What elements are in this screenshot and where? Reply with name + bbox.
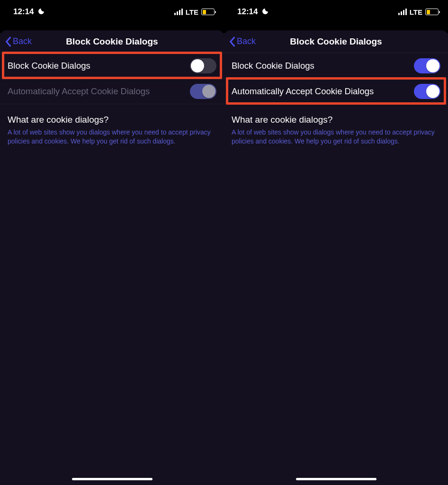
info-title: What are cookie dialogs? [8, 115, 216, 125]
navigation-bar: Back Block Cookie Dialogs [0, 30, 224, 53]
battery-icon [425, 9, 439, 15]
cellular-signal-icon [174, 9, 183, 15]
status-bar: 12:14 LTE [0, 0, 224, 24]
info-text: A lot of web sites show you dialogs wher… [232, 128, 440, 146]
status-bar: 12:14 LTE [224, 0, 448, 24]
status-time: 12:14 [237, 7, 258, 17]
back-button[interactable]: Back [5, 36, 32, 47]
setting-label: Block Cookie Dialogs [232, 61, 314, 71]
home-indicator[interactable] [72, 478, 152, 480]
chevron-left-icon [229, 36, 235, 47]
chevron-left-icon [5, 36, 11, 47]
do-not-disturb-icon [261, 8, 269, 16]
info-text: A lot of web sites show you dialogs wher… [8, 128, 216, 146]
page-title: Block Cookie Dialogs [0, 36, 224, 47]
cellular-signal-icon [398, 9, 407, 15]
setting-row-block-cookie-dialogs: Block Cookie Dialogs [0, 53, 224, 79]
home-indicator[interactable] [296, 478, 376, 480]
phone-screen-left: 12:14 LTE Back Block Cookie Dialogs [0, 0, 224, 485]
battery-icon [201, 9, 215, 15]
info-title: What are cookie dialogs? [232, 115, 440, 125]
navigation-bar: Back Block Cookie Dialogs [224, 30, 448, 53]
network-label: LTE [410, 8, 422, 16]
setting-label: Block Cookie Dialogs [8, 61, 90, 71]
toggle-block-cookie-dialogs[interactable] [190, 58, 216, 73]
toggle-block-cookie-dialogs[interactable] [414, 58, 440, 73]
setting-row-block-cookie-dialogs: Block Cookie Dialogs [224, 53, 448, 79]
info-section: What are cookie dialogs? A lot of web si… [0, 104, 224, 146]
phone-screen-right: 12:14 LTE Back Block Cookie Dialogs [224, 0, 448, 485]
toggle-auto-accept[interactable] [190, 84, 216, 99]
back-button[interactable]: Back [229, 36, 256, 47]
toggle-auto-accept[interactable] [414, 84, 440, 99]
back-label: Back [13, 36, 32, 46]
back-label: Back [237, 36, 256, 46]
page-title: Block Cookie Dialogs [224, 36, 448, 47]
setting-label: Automatically Accept Cookie Dialogs [232, 86, 374, 97]
info-section: What are cookie dialogs? A lot of web si… [224, 104, 448, 146]
status-time: 12:14 [13, 7, 34, 17]
setting-label: Automatically Accept Cookie Dialogs [8, 86, 150, 97]
do-not-disturb-icon [37, 8, 45, 16]
network-label: LTE [186, 8, 198, 16]
setting-row-auto-accept: Automatically Accept Cookie Dialogs [224, 79, 448, 104]
setting-row-auto-accept: Automatically Accept Cookie Dialogs [0, 79, 224, 104]
